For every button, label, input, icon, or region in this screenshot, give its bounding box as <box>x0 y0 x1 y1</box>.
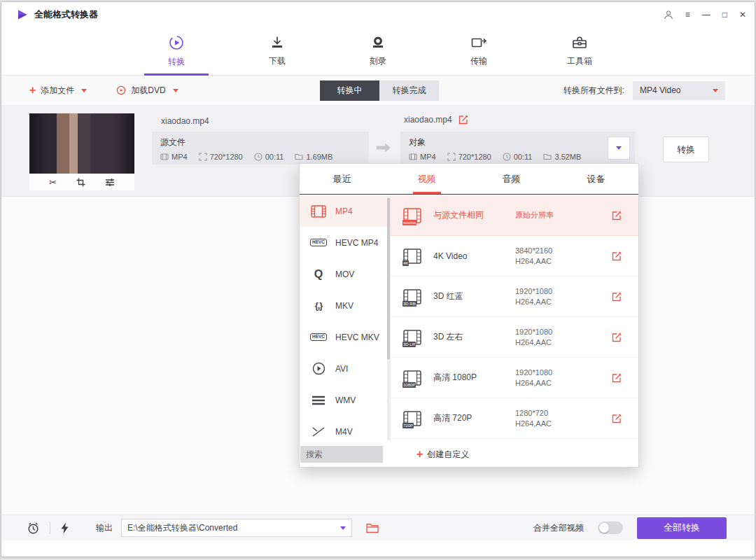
film-icon <box>309 204 328 219</box>
format-list-scrollbar[interactable] <box>387 197 390 440</box>
create-custom-button[interactable]: + 创建自定义 <box>416 449 469 461</box>
source-info-panel: 源文件 MP4 720*1280 00:11 1.69MB <box>152 132 369 164</box>
preset-badge: source <box>402 220 416 225</box>
chevron-down-icon <box>81 89 87 92</box>
duration-icon <box>254 153 262 161</box>
edit-preset-icon[interactable] <box>612 373 622 383</box>
edit-preset-icon[interactable] <box>612 251 622 261</box>
crop-icon[interactable] <box>76 178 85 187</box>
preset-codec: H264,AAC <box>515 257 552 265</box>
preset-4k-video[interactable]: 4K 4K Video 3840*2160 H264,AAC <box>391 236 638 276</box>
nav-tab-label: 下载 <box>269 55 286 67</box>
format-item-mp4[interactable]: MP4 <box>300 195 390 227</box>
global-output-format-dropdown[interactable]: MP4 Video <box>633 81 725 100</box>
preset-name: 高清 720P <box>433 412 472 424</box>
convert-all-to-label: 转换所有文件到: <box>564 85 624 97</box>
format-item-mov[interactable]: Q MOV <box>300 258 390 290</box>
preset-hd-720p[interactable]: 720P 高清 720P 1280*720 H264,AAC <box>391 398 638 439</box>
format-item-wmv[interactable]: WMV <box>300 384 390 416</box>
edit-target-name-icon[interactable] <box>458 115 468 125</box>
effects-sliders-icon[interactable] <box>105 178 115 187</box>
tab-video[interactable]: 视频 <box>384 164 469 194</box>
preset-film-icon: 1080P <box>403 370 424 386</box>
download-icon <box>270 35 285 50</box>
target-size: 3.52MB <box>554 153 581 161</box>
source-resolution: 720*1280 <box>210 153 243 161</box>
format-search-input[interactable] <box>300 446 383 463</box>
preset-3d-side-by-side[interactable]: 3D LR 3D 左右 1920*1080 H264,AAC <box>391 317 638 358</box>
preset-film-icon: 3D RB <box>403 289 424 304</box>
menu-icon[interactable]: ≡ <box>685 10 690 19</box>
tab-converting[interactable]: 转换中 <box>320 80 379 101</box>
load-dvd-label: 加载DVD <box>131 85 165 97</box>
tab-device[interactable]: 设备 <box>554 164 638 194</box>
nav-tab-convert[interactable]: 转换 <box>143 27 210 75</box>
edit-preset-icon[interactable] <box>612 292 622 302</box>
preset-hd-1080p[interactable]: 1080P 高清 1080P 1920*1080 H264,AAC <box>391 358 638 398</box>
preset-codec: H264,AAC <box>515 419 552 428</box>
burn-icon <box>370 35 386 50</box>
plus-icon: + <box>416 449 423 460</box>
source-duration: 00:11 <box>265 153 284 161</box>
format-item-avi[interactable]: AVI <box>300 353 390 384</box>
preset-badge: 3D RB <box>402 301 416 307</box>
nav-tab-transfer[interactable]: 传输 <box>445 27 512 75</box>
format-item-m4v[interactable]: M4V <box>300 416 390 442</box>
add-file-button[interactable]: + 添加文件 <box>29 85 87 97</box>
preset-name: 与源文件相同 <box>433 209 484 221</box>
format-picker-footer: + 创建自定义 <box>300 442 638 467</box>
tab-completed[interactable]: 转换完成 <box>379 80 439 101</box>
thumbnail-toolbar: ✂ <box>29 174 134 190</box>
open-folder-icon[interactable] <box>366 523 379 533</box>
title-bar: 全能格式转换器 ≡ — □ ✕ <box>1 2 755 27</box>
app-window: 全能格式转换器 ≡ — □ ✕ 转换 下载 <box>1 1 755 557</box>
format-label: MKV <box>335 301 354 311</box>
trim-scissors-icon[interactable]: ✂ <box>49 178 57 187</box>
maximize-button[interactable]: □ <box>722 10 727 19</box>
tab-audio[interactable]: 音频 <box>469 164 554 194</box>
target-format-dropdown-button[interactable] <box>608 136 630 160</box>
schedule-clock-icon[interactable] <box>27 522 40 535</box>
chevron-down-icon <box>616 146 622 150</box>
chevron-down-icon <box>713 89 718 92</box>
merge-videos-toggle[interactable] <box>598 522 623 534</box>
target-panel-title: 对象 <box>409 136 626 148</box>
app-logo-icon <box>17 9 28 20</box>
preset-resolution: 1920*1080 <box>515 287 552 295</box>
preset-film-icon: 4K <box>403 248 424 264</box>
high-speed-bolt-icon[interactable] <box>60 522 69 534</box>
edit-preset-icon[interactable] <box>612 211 622 220</box>
output-format-value: MP4 Video <box>640 85 680 95</box>
tab-recent[interactable]: 最近 <box>300 164 384 194</box>
edit-preset-icon[interactable] <box>612 332 622 342</box>
source-size: 1.69MB <box>306 153 332 161</box>
quicktime-icon: Q <box>309 267 328 282</box>
minimize-button[interactable]: — <box>702 10 710 19</box>
format-label: HEVC MP4 <box>335 238 378 248</box>
create-custom-label: 创建自定义 <box>427 449 469 461</box>
nav-tab-label: 传输 <box>470 55 487 67</box>
convert-all-button[interactable]: 全部转换 <box>637 517 727 539</box>
load-dvd-button[interactable]: 加载DVD <box>116 85 178 97</box>
filesize-icon <box>543 153 552 161</box>
nav-tab-download[interactable]: 下载 <box>244 27 311 75</box>
format-item-hevc-mkv[interactable]: HEVC HEVC MKV <box>300 321 390 353</box>
chevron-down-icon[interactable] <box>340 526 346 530</box>
close-button[interactable]: ✕ <box>739 10 746 19</box>
convert-status-tabs: 转换中 转换完成 <box>320 80 439 101</box>
convert-row-button[interactable]: 转换 <box>663 136 709 162</box>
nav-tab-toolbox[interactable]: 工具箱 <box>546 27 613 75</box>
preset-3d-red-blue[interactable]: 3D RB 3D 红蓝 1920*1080 H264,AAC <box>391 276 638 317</box>
media-layers-icon <box>309 393 328 408</box>
toolbox-icon <box>571 35 588 50</box>
format-item-hevc-mp4[interactable]: HEVC HEVC MP4 <box>300 227 390 258</box>
output-path-input[interactable] <box>122 523 340 533</box>
target-resolution: 720*1280 <box>458 153 491 161</box>
format-item-mkv[interactable]: {,} MKV <box>300 290 390 321</box>
preset-same-as-source[interactable]: source 与源文件相同 原始分辨率 <box>391 195 638 236</box>
edit-preset-icon[interactable] <box>612 414 622 424</box>
preset-resolution: 原始分辨率 <box>515 210 554 220</box>
account-icon[interactable] <box>664 10 673 20</box>
nav-tab-burn[interactable]: 刻录 <box>344 27 412 75</box>
format-picker-popup: 最近 视频 音频 设备 MP4 HEVC HEVC MP4 Q <box>299 163 639 468</box>
